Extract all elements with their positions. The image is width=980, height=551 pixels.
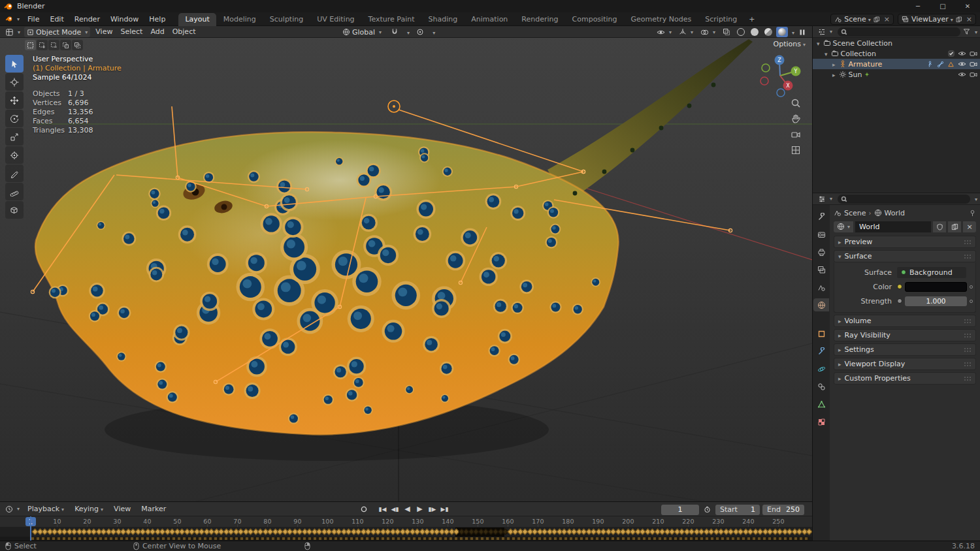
gizmo-negative-x-axis[interactable] <box>760 77 768 85</box>
outliner-filter-dropdown[interactable] <box>973 27 977 36</box>
timeline-menu-keying[interactable]: Keying <box>69 502 108 516</box>
tool-add-cube[interactable] <box>5 201 24 219</box>
options-dropdown[interactable]: Options <box>774 40 806 48</box>
timeline-ruler[interactable]: 1 10203040506070809010011012013014015016… <box>0 516 812 527</box>
panel-grip[interactable] <box>964 376 972 381</box>
tab-texture-paint[interactable]: Texture Paint <box>362 13 421 26</box>
panel-ray-visibility[interactable]: Ray Visibility <box>834 329 976 341</box>
properties-filter-dropdown[interactable] <box>973 195 977 203</box>
shading-solid-button[interactable] <box>749 27 760 37</box>
stingray-model[interactable] <box>35 39 753 435</box>
jump-to-end-button[interactable]: ▶▮ <box>439 503 450 514</box>
next-keyframe-button[interactable]: ▮▶ <box>427 503 438 514</box>
xray-toggle[interactable] <box>720 27 733 37</box>
breadcrumb-world[interactable]: World <box>885 209 906 217</box>
remove-viewlayer-icon[interactable]: × <box>966 15 972 24</box>
menu-window[interactable]: Window <box>105 12 144 26</box>
outliner-item-label[interactable]: Scene Collection <box>833 39 892 48</box>
outliner-search-input[interactable] <box>838 27 960 37</box>
disclosure-icon[interactable] <box>832 71 839 79</box>
tab-tool[interactable] <box>813 210 829 223</box>
previous-keyframe-button[interactable]: ◀▮ <box>389 503 400 514</box>
select-mode-intersect-button[interactable] <box>72 40 83 50</box>
menu-render[interactable]: Render <box>69 12 105 26</box>
filter-funnel-icon[interactable] <box>963 28 970 35</box>
snap-toggle[interactable] <box>388 27 401 37</box>
viewport-canvas[interactable]: Options User Perspective (1) Collection … <box>0 38 812 501</box>
tool-cursor[interactable] <box>5 73 24 91</box>
select-mode-invert-button[interactable] <box>60 40 71 50</box>
auto-keying-button[interactable] <box>358 503 369 514</box>
viewport-menu-object[interactable]: Object <box>169 26 200 38</box>
tab-layout[interactable]: Layout <box>178 13 216 26</box>
proportional-falloff-dropdown[interactable] <box>431 28 435 37</box>
viewport-menu-view[interactable]: View <box>91 26 116 38</box>
scene-selector[interactable]: Scene × <box>830 14 894 25</box>
select-mode-extend-button[interactable] <box>37 40 48 50</box>
outliner-row-armature[interactable]: Armature <box>813 59 980 69</box>
start-frame-field[interactable]: Start 1 <box>715 505 760 515</box>
gizmo-negative-y-axis[interactable] <box>762 64 770 72</box>
gizmos-dropdown[interactable] <box>676 27 696 37</box>
breadcrumb-scene[interactable]: Scene <box>844 209 866 217</box>
close-button[interactable]: ✕ <box>955 0 980 12</box>
tab-object-data[interactable] <box>813 398 829 411</box>
pose-icon[interactable] <box>926 61 934 68</box>
surface-shader-dropdown[interactable]: Background <box>897 267 966 278</box>
properties-search-input[interactable] <box>838 195 970 204</box>
tab-render[interactable] <box>813 228 829 241</box>
tool-select-box[interactable] <box>5 55 24 72</box>
playhead-line[interactable] <box>30 516 31 541</box>
tab-scripting[interactable]: Scripting <box>698 13 743 26</box>
tab-animation[interactable]: Animation <box>465 13 514 26</box>
shading-material-button[interactable] <box>762 27 774 37</box>
eye-icon[interactable] <box>958 61 966 67</box>
tab-sculpting[interactable]: Sculpting <box>263 13 310 26</box>
tab-modeling[interactable]: Modeling <box>217 13 263 26</box>
play-reverse-button[interactable]: ◀ <box>402 503 413 514</box>
panel-settings[interactable]: Settings <box>834 343 976 356</box>
use-preview-range-button[interactable] <box>702 504 713 515</box>
play-button[interactable]: ▶ <box>414 503 425 514</box>
toggle-grid-icon[interactable] <box>791 145 801 155</box>
shading-rendered-button[interactable] <box>776 27 788 37</box>
world-name-field[interactable]: World <box>855 221 931 232</box>
tab-view-layer[interactable] <box>813 263 829 276</box>
render-camera-icon[interactable] <box>970 61 977 67</box>
snap-settings-dropdown[interactable] <box>405 28 410 37</box>
new-copy-button[interactable] <box>948 221 961 232</box>
viewport-menu-select[interactable]: Select <box>116 26 146 38</box>
navigation-gizmo[interactable]: Z Y X <box>758 54 805 101</box>
animate-dot-icon[interactable] <box>970 300 973 303</box>
animate-dot-icon[interactable] <box>970 285 973 289</box>
end-frame-field[interactable]: End 250 <box>762 505 804 515</box>
outliner-row-sun[interactable]: Sun <box>813 69 980 80</box>
tab-modifiers[interactable] <box>813 345 829 358</box>
add-workspace-button[interactable]: + <box>744 13 759 26</box>
outliner-editor-type-button[interactable] <box>815 27 835 37</box>
menu-help[interactable]: Help <box>144 12 171 26</box>
tab-output[interactable] <box>813 245 829 259</box>
tab-geometry-nodes[interactable]: Geometry Nodes <box>624 13 698 26</box>
panel-viewport-display[interactable]: Viewport Display <box>834 358 976 370</box>
eye-icon[interactable] <box>958 71 966 78</box>
proportional-editing-toggle[interactable] <box>414 27 427 37</box>
tool-measure[interactable] <box>5 183 24 200</box>
viewlayer-selector[interactable]: ViewLayer × <box>898 14 976 25</box>
tool-scale[interactable] <box>5 128 24 146</box>
tab-constraints[interactable] <box>813 380 829 393</box>
editor-type-button[interactable] <box>3 27 23 37</box>
timeline-menu-marker[interactable]: Marker <box>136 502 171 516</box>
strength-input[interactable]: 1.000 <box>905 296 967 306</box>
unlink-scene-icon[interactable]: × <box>884 15 890 24</box>
tab-rendering[interactable]: Rendering <box>515 13 564 26</box>
pan-hand-icon[interactable] <box>791 114 801 124</box>
minimize-button[interactable]: ─ <box>906 0 930 12</box>
tab-compositing[interactable]: Compositing <box>566 13 624 26</box>
panel-grip[interactable] <box>964 347 972 353</box>
outliner-row-collection[interactable]: Collection <box>813 48 980 59</box>
panel-grip[interactable] <box>964 319 972 324</box>
disclosure-icon[interactable] <box>832 60 839 69</box>
properties-editor-type-button[interactable] <box>815 194 835 204</box>
shading-settings-dropdown[interactable] <box>790 28 794 37</box>
